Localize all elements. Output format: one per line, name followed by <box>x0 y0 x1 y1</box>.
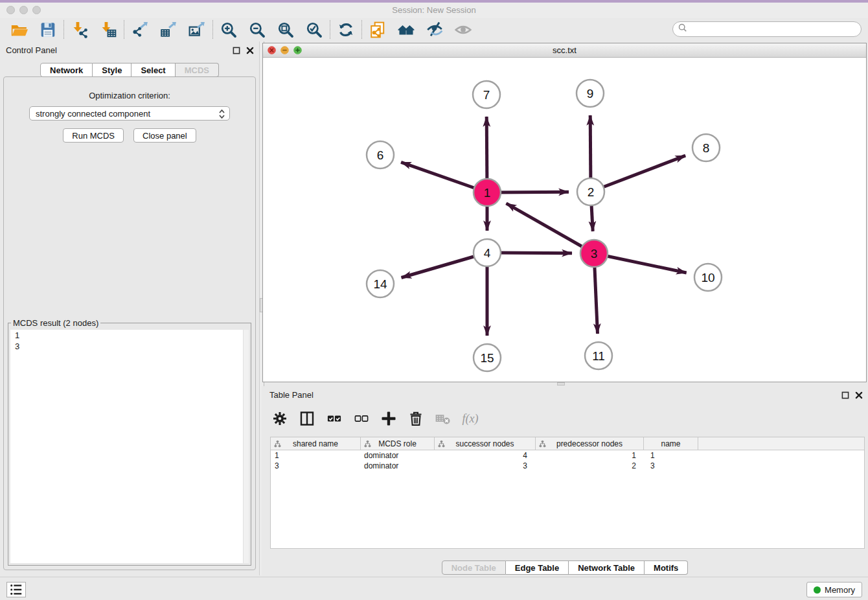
memory-button[interactable]: Memory <box>806 582 862 597</box>
control-panel-header: Control Panel <box>0 41 259 58</box>
control-panel-title: Control Panel <box>6 45 57 55</box>
dropdown-value: strongly connected component <box>36 109 150 119</box>
select-all-columns-icon[interactable] <box>325 409 343 428</box>
column-header-name[interactable]: name <box>644 437 698 450</box>
node-11[interactable]: 11 <box>585 342 612 369</box>
cell-successor-nodes[interactable]: 3 <box>435 461 536 471</box>
cell-shared-name[interactable]: 1 <box>271 450 361 461</box>
table-panel: Table Panel f(x) shared nameMCDS rolesuc… <box>262 386 868 577</box>
table-row[interactable]: 1dominator411 <box>271 450 864 461</box>
node-9[interactable]: 9 <box>577 80 604 107</box>
memory-label: Memory <box>825 585 855 595</box>
node-14[interactable]: 14 <box>367 270 394 297</box>
cell-name[interactable]: 3 <box>644 461 698 471</box>
refresh-icon[interactable] <box>332 19 360 40</box>
close-panel-button[interactable]: Close panel <box>133 128 196 143</box>
close-table-panel-icon[interactable] <box>855 390 863 402</box>
status-bar: Memory <box>0 577 868 600</box>
node-6[interactable]: 6 <box>367 141 394 168</box>
node-label: 15 <box>480 351 494 365</box>
tab-network[interactable]: Network <box>40 63 93 77</box>
control-panel-tabs: NetworkStyleSelectMCDS <box>0 63 259 77</box>
node-15[interactable]: 15 <box>474 344 501 371</box>
export-network-icon[interactable] <box>126 19 154 40</box>
table-row[interactable]: 3dominator323 <box>271 461 864 471</box>
result-scrollbar[interactable] <box>243 330 249 563</box>
cell-MCDS-role[interactable]: dominator <box>361 450 435 461</box>
cell-predecessor-nodes[interactable]: 1 <box>536 450 644 461</box>
float-table-panel-icon[interactable] <box>841 390 849 402</box>
toolbar-separator <box>330 20 330 39</box>
tab-network-table[interactable]: Network Table <box>569 560 645 575</box>
node-3[interactable]: 3 <box>580 240 608 267</box>
mcds-result-title: MCDS result (2 nodes) <box>11 318 100 328</box>
import-table-icon[interactable] <box>94 19 122 40</box>
tab-style[interactable]: Style <box>93 63 131 77</box>
node-10[interactable]: 10 <box>694 264 722 291</box>
first-neighbors-icon[interactable] <box>392 19 420 40</box>
add-column-icon[interactable] <box>380 409 398 428</box>
zoom-selected-icon[interactable] <box>300 19 328 40</box>
import-network-icon[interactable] <box>65 19 94 40</box>
column-header-shared-name[interactable]: shared name <box>271 437 361 450</box>
cell-successor-nodes[interactable]: 4 <box>435 450 536 461</box>
cell-MCDS-role[interactable]: dominator <box>361 461 435 471</box>
mcds-result-textarea[interactable]: 13 <box>10 330 249 563</box>
network-canvas[interactable]: 7968124314101511 <box>263 58 866 382</box>
network-window-titlebar[interactable]: scc.txt <box>263 43 866 58</box>
optimization-criterion-label: Optimization criterion: <box>4 91 255 100</box>
table-settings-icon[interactable] <box>271 409 289 428</box>
node-1[interactable]: 1 <box>474 179 501 206</box>
hide-graphics-details-icon[interactable] <box>420 19 449 40</box>
node-label: 8 <box>703 141 710 155</box>
cell-predecessor-nodes[interactable]: 2 <box>536 461 644 471</box>
tab-select[interactable]: Select <box>131 63 175 77</box>
column-panel-icon[interactable] <box>298 409 316 428</box>
zoom-out-icon[interactable] <box>243 19 271 40</box>
column-header-predecessor-nodes[interactable]: predecessor nodes <box>536 437 644 450</box>
delete-column-icon[interactable] <box>407 409 425 428</box>
optimization-criterion-dropdown[interactable]: strongly connected component <box>29 106 230 121</box>
node-label: 14 <box>373 277 387 291</box>
clone-network-icon[interactable] <box>363 19 392 40</box>
deselect-all-columns-icon[interactable] <box>352 409 371 428</box>
node-label: 6 <box>377 148 384 162</box>
node-8[interactable]: 8 <box>692 134 720 161</box>
column-header-MCDS-role[interactable]: MCDS role <box>361 437 435 450</box>
zoom-in-icon[interactable] <box>214 19 243 40</box>
search-box[interactable] <box>672 21 862 37</box>
horizontal-splitter-handle[interactable] <box>557 382 565 386</box>
node-label: 11 <box>592 349 605 363</box>
dropdown-stepper-icon <box>218 108 226 122</box>
tab-edge-table[interactable]: Edge Table <box>506 560 569 575</box>
tab-node-table[interactable]: Node Table <box>442 560 506 575</box>
main-toolbar <box>0 18 868 41</box>
close-panel-icon[interactable] <box>246 45 254 57</box>
node-2[interactable]: 2 <box>577 178 604 205</box>
column-header-successor-nodes[interactable]: successor nodes <box>435 437 536 450</box>
node-7[interactable]: 7 <box>473 81 500 108</box>
toolbar-separator <box>63 20 64 39</box>
zoom-fit-icon[interactable] <box>271 19 300 40</box>
run-mcds-button[interactable]: Run MCDS <box>63 128 124 143</box>
export-table-icon[interactable] <box>154 19 183 40</box>
edge-2-8[interactable] <box>591 156 685 192</box>
open-session-icon[interactable] <box>5 19 34 40</box>
desktop-background-strip <box>0 0 868 3</box>
search-input[interactable] <box>691 23 861 35</box>
table-tabs: Node TableEdge TableNetwork TableMotifs <box>262 560 868 575</box>
mcds-tab-content: Optimization criterion: strongly connect… <box>3 76 256 570</box>
table-toolbar: f(x) <box>271 406 479 432</box>
app-title: Session: New Session <box>0 5 868 15</box>
cell-shared-name[interactable]: 3 <box>271 461 361 471</box>
export-image-icon[interactable] <box>183 19 211 40</box>
float-panel-icon[interactable] <box>233 45 240 57</box>
save-session-icon[interactable] <box>34 19 62 40</box>
edge-3-1[interactable] <box>507 203 595 253</box>
node-4[interactable]: 4 <box>474 239 501 266</box>
app-titlebar: Session: New Session <box>0 3 868 18</box>
tab-mcds[interactable]: MCDS <box>176 63 219 77</box>
task-history-button[interactable] <box>6 582 26 597</box>
tab-motifs[interactable]: Motifs <box>645 560 688 575</box>
cell-name[interactable]: 1 <box>644 450 698 461</box>
